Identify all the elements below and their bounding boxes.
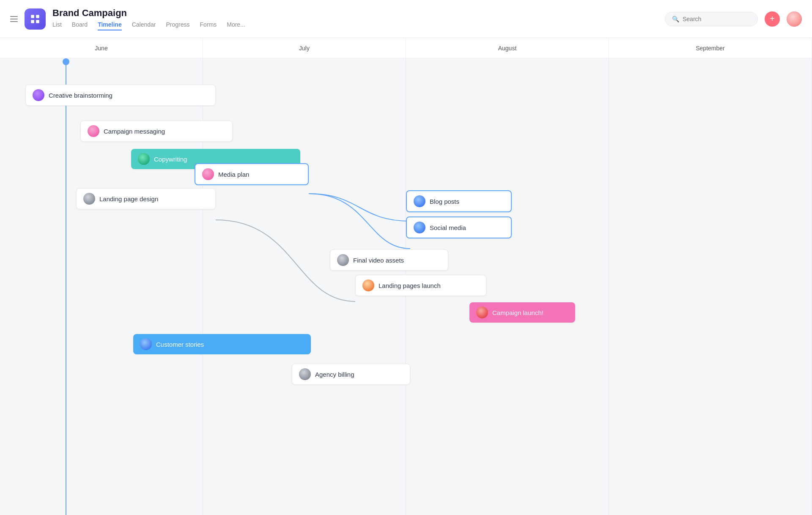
main-nav: List Board Timeline Calendar Progress Fo… — [52, 21, 245, 30]
task-landing-pages-launch[interactable]: Landing pages launch — [355, 275, 486, 296]
month-september: September — [609, 38, 812, 58]
avatar-campaign-launch — [476, 307, 488, 318]
task-landing-page-design[interactable]: Landing page design — [76, 188, 216, 209]
avatar-blog-posts — [414, 195, 425, 207]
nav-timeline[interactable]: Timeline — [98, 21, 122, 30]
header: Brand Campaign List Board Timeline Calen… — [0, 0, 812, 38]
task-label: Landing page design — [99, 195, 158, 203]
nav-list[interactable]: List — [52, 21, 62, 30]
svg-rect-2 — [31, 20, 34, 23]
search-input[interactable] — [683, 16, 751, 22]
task-label: Agency billing — [315, 371, 354, 378]
month-headers: June July August September — [0, 38, 812, 58]
svg-rect-0 — [31, 15, 34, 18]
avatar-landing-page-design — [83, 193, 95, 205]
task-label: Landing pages launch — [379, 282, 441, 289]
avatar-agency-billing — [299, 368, 311, 380]
app-icon — [25, 8, 46, 30]
timeline-dot — [63, 58, 69, 65]
month-august: August — [406, 38, 609, 58]
task-final-video-assets[interactable]: Final video assets — [330, 249, 448, 271]
search-icon: 🔍 — [672, 16, 679, 22]
avatar-copywriting — [138, 153, 150, 165]
nav-progress[interactable]: Progress — [166, 21, 190, 30]
task-label: Creative brainstorming — [49, 92, 112, 99]
month-july: July — [203, 38, 406, 58]
task-label: Campaign launch! — [492, 309, 543, 316]
timeline-container: June July August September Creative brai… — [0, 38, 812, 515]
task-social-media[interactable]: Social media — [406, 216, 512, 238]
task-agency-billing[interactable]: Agency billing — [292, 364, 410, 385]
header-title-area: Brand Campaign List Board Timeline Calen… — [52, 8, 245, 30]
task-label: Customer stories — [156, 341, 204, 348]
search-box[interactable]: 🔍 — [665, 12, 758, 26]
avatar-social-media — [414, 222, 425, 233]
month-june: June — [0, 38, 203, 58]
nav-forms[interactable]: Forms — [200, 21, 217, 30]
project-icon — [30, 14, 41, 25]
avatar-creative-brainstorming — [33, 89, 44, 101]
grid-line-4 — [609, 58, 812, 515]
task-label: Blog posts — [430, 198, 459, 205]
task-label: Media plan — [218, 171, 249, 178]
hamburger-menu[interactable] — [10, 16, 18, 22]
avatar-media-plan — [202, 168, 214, 180]
nav-calendar[interactable]: Calendar — [132, 21, 156, 30]
task-label: Copywriting — [154, 156, 187, 163]
avatar-campaign-messaging — [88, 125, 99, 137]
task-campaign-launch[interactable]: Campaign launch! — [469, 302, 575, 323]
project-title: Brand Campaign — [52, 8, 245, 19]
task-customer-stories[interactable]: Customer stories — [133, 334, 311, 354]
timeline-vline — [66, 58, 66, 515]
avatar-customer-stories — [140, 338, 152, 350]
nav-board[interactable]: Board — [72, 21, 88, 30]
task-campaign-messaging[interactable]: Campaign messaging — [80, 121, 233, 142]
task-label: Final video assets — [353, 257, 404, 264]
svg-rect-3 — [36, 20, 39, 23]
add-button[interactable]: + — [765, 11, 780, 27]
task-blog-posts[interactable]: Blog posts — [406, 190, 512, 212]
task-creative-brainstorming[interactable]: Creative brainstorming — [25, 85, 216, 106]
header-right: 🔍 + — [665, 11, 802, 27]
task-label: Social media — [430, 224, 466, 231]
svg-rect-1 — [36, 15, 39, 18]
task-media-plan[interactable]: Media plan — [195, 163, 309, 185]
nav-more[interactable]: More... — [227, 21, 245, 30]
user-avatar[interactable] — [787, 11, 802, 27]
avatar-final-video-assets — [337, 254, 349, 266]
task-label: Campaign messaging — [104, 128, 165, 135]
avatar-landing-pages-launch — [362, 279, 374, 291]
